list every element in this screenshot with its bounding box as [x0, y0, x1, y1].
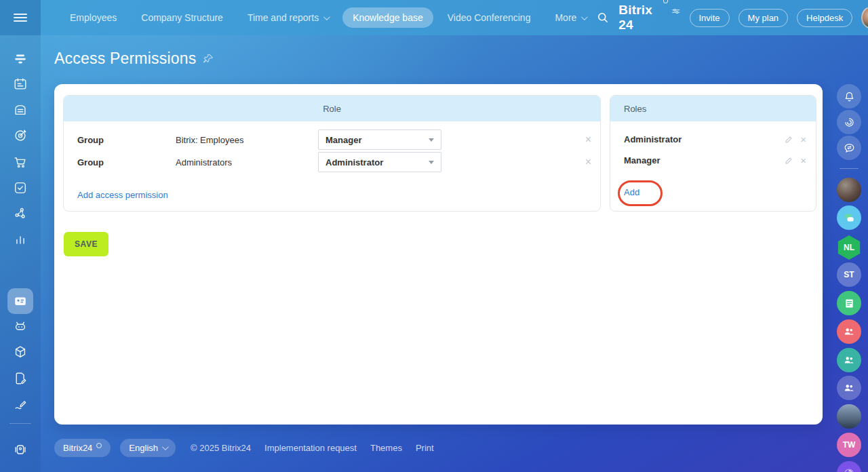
top-nav: Employees Company Structure Time and rep…: [60, 7, 596, 28]
chat-avatar-messenger[interactable]: [837, 205, 861, 230]
role-select[interactable]: Administrator: [318, 152, 441, 172]
right-sidebar: NL ST TW: [830, 35, 868, 472]
nav-knowledge-base[interactable]: Knowledge base: [342, 7, 433, 28]
pin-icon[interactable]: [203, 53, 214, 64]
footer-copyright: © 2025 Bitrix24: [191, 443, 251, 453]
helpdesk-button[interactable]: Helpdesk: [797, 9, 852, 27]
main-menu-button[interactable]: [0, 0, 41, 35]
sidebar-item-tasks[interactable]: [11, 178, 30, 197]
permission-group-name: Administrators: [176, 157, 232, 168]
add-role-link[interactable]: Add: [624, 187, 639, 197]
page-header: Access Permissions: [54, 50, 214, 68]
nav-time-and-reports[interactable]: Time and reports: [237, 7, 338, 28]
sliders-icon[interactable]: [671, 5, 680, 17]
delete-role-button[interactable]: ×: [800, 155, 806, 165]
brand-clock-icon: [96, 443, 102, 448]
checkbox-icon: [13, 180, 28, 195]
sidebar-item-calendar[interactable]: [11, 75, 30, 94]
sidebar-item-video[interactable]: [11, 440, 30, 459]
edit-pencil-icon[interactable]: [785, 135, 793, 144]
signature-icon: [13, 397, 28, 412]
footer-link-implementation-request[interactable]: Implementation request: [264, 443, 357, 453]
nav-company-structure[interactable]: Company Structure: [131, 7, 233, 28]
nav-video-conferencing[interactable]: Video Conferencing: [437, 7, 541, 28]
bitrix24-logo[interactable]: Bitrix 24: [618, 3, 680, 33]
copilot-spiral-icon: [843, 116, 856, 129]
robot-icon: [13, 319, 28, 334]
my-plan-button[interactable]: My plan: [738, 9, 789, 27]
top-bar: Employees Company Structure Time and rep…: [0, 0, 868, 35]
bell-icon: [843, 90, 856, 103]
access-permissions-card: Role Group Bitrix: Employees Manager × G…: [54, 84, 823, 425]
page-title: Access Permissions: [54, 50, 196, 68]
id-card-icon: [13, 294, 28, 309]
webcam-icon: [13, 442, 28, 457]
sidebar-item-drive[interactable]: [11, 100, 30, 119]
invite-button[interactable]: Invite: [690, 9, 730, 27]
feed-icon: [13, 52, 28, 66]
sidebar-item-catalog[interactable]: [11, 342, 30, 361]
sidebar-item-feed[interactable]: [11, 50, 30, 68]
chat-avatar-group-red[interactable]: [837, 319, 861, 344]
bar-chart-icon: [13, 232, 28, 247]
sidebar-item-workgroups[interactable]: [11, 204, 30, 223]
sidebar-item-analytics[interactable]: [11, 230, 30, 249]
logo-clock-icon: [663, 0, 669, 3]
notifications-button[interactable]: [837, 84, 861, 109]
people-icon: [842, 353, 856, 367]
nav-employees[interactable]: Employees: [60, 7, 127, 28]
save-button[interactable]: SAVE: [64, 232, 108, 256]
chat-avatar-photo[interactable]: [837, 178, 861, 202]
remove-permission-button[interactable]: ×: [585, 134, 591, 145]
chat-avatar-news[interactable]: [837, 291, 861, 315]
user-avatar[interactable]: [861, 7, 868, 28]
chat-avatar-city-photo[interactable]: [837, 404, 861, 429]
chat-avatar-copilot-1[interactable]: [837, 461, 861, 472]
role-panel: Role Group Bitrix: Employees Manager × G…: [63, 95, 601, 212]
left-sidebar: ⚙: [0, 35, 41, 472]
sidebar-item-store[interactable]: [11, 153, 30, 172]
document-edit-icon: [13, 371, 28, 386]
copilot-spiral-icon: [843, 467, 855, 472]
chat-avatar-group-muted[interactable]: [837, 376, 861, 400]
chat-avatar-group-teal[interactable]: [837, 348, 861, 372]
footer-brand-button[interactable]: Bitrix24: [54, 439, 111, 457]
chat-bubbles-icon: [842, 211, 856, 224]
chat-avatar-tw[interactable]: TW: [837, 433, 861, 457]
sidebar-item-automation[interactable]: [11, 317, 30, 336]
footer-link-themes[interactable]: Themes: [370, 443, 402, 453]
box-icon: [13, 345, 28, 359]
permission-row: Group Bitrix: Employees Manager ×: [64, 130, 600, 150]
nav-more[interactable]: More: [545, 7, 596, 28]
people-icon: [842, 381, 856, 395]
role-name: Administrator: [624, 134, 682, 144]
footer-link-print[interactable]: Print: [416, 443, 434, 453]
news-doc-icon: [843, 297, 856, 310]
add-access-permission-link[interactable]: Add access permission: [77, 190, 168, 200]
messenger-button[interactable]: [837, 136, 861, 160]
sidebar-item-crm[interactable]: [11, 126, 30, 145]
sidebar-item-sign[interactable]: [11, 395, 30, 414]
search-icon[interactable]: [596, 11, 610, 24]
calendar-icon: [13, 77, 28, 92]
role-name: Manager: [624, 155, 660, 165]
people-icon: [842, 325, 856, 338]
hamburger-icon: [14, 12, 27, 24]
sidebar-item-documents[interactable]: [11, 369, 30, 388]
remove-permission-button[interactable]: ×: [585, 157, 591, 168]
role-select[interactable]: Manager: [318, 130, 441, 150]
chat-avatar-st[interactable]: ST: [837, 262, 861, 287]
roles-panel: Roles Administrator × Manager × Add: [610, 95, 816, 212]
edit-pencil-icon[interactable]: [785, 156, 793, 165]
sidebar-divider: [9, 423, 31, 424]
delete-role-button[interactable]: ×: [800, 134, 806, 144]
cart-icon: [13, 155, 28, 170]
permission-type: Group: [77, 157, 104, 168]
select-arrow-icon: [429, 138, 434, 142]
copilot-button[interactable]: [837, 110, 861, 134]
chat-avatar-nl[interactable]: NL: [837, 235, 861, 260]
right-rail-divider: [840, 168, 859, 169]
crm-target-icon: [13, 128, 28, 143]
language-selector[interactable]: English: [120, 439, 176, 457]
sidebar-item-hr-active[interactable]: [11, 292, 30, 311]
